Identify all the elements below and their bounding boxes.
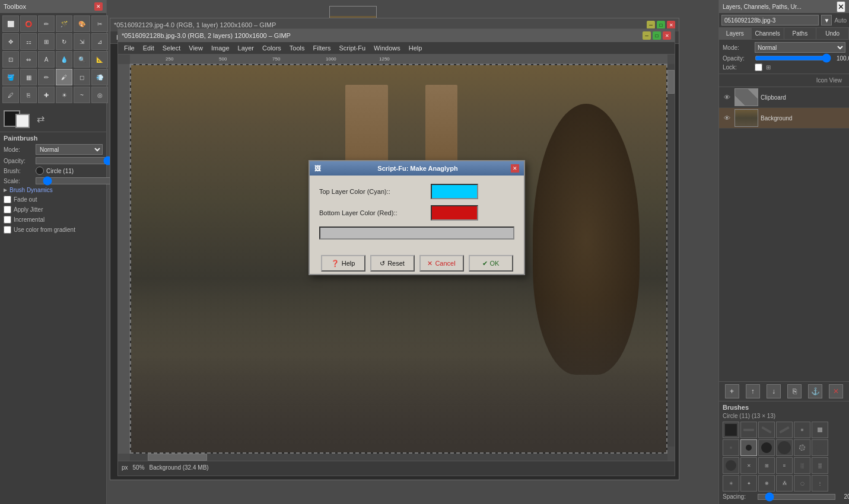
brush-item-11[interactable] [794,439,810,456]
layers-tab-channels[interactable]: Channels [752,28,784,39]
use-color-gradient-checkbox[interactable] [4,226,11,234]
brush-item-21[interactable]: ❋ [758,475,775,492]
brush-item-19[interactable]: ✳ [723,475,739,492]
brush-item-3[interactable] [758,422,775,438]
brush-item-6[interactable] [812,422,828,438]
background-color-swatch[interactable] [15,114,30,128]
tool-measure[interactable]: 📐 [91,51,108,68]
tool-eraser[interactable]: ◻ [74,69,90,85]
brush-item-8-selected[interactable] [740,439,757,456]
layers-tab-undo[interactable]: Undo [816,28,849,39]
layers-tab-paths[interactable]: Paths [784,28,817,39]
icon-view-toggle[interactable]: Icon View [813,75,845,85]
layer-opacity-slider[interactable] [755,55,831,62]
layer-lock-position-checkbox[interactable] [755,63,762,71]
brush-item-1[interactable] [723,422,739,438]
toolbox-close-button[interactable]: ✕ [94,2,103,11]
main-menu-windows[interactable]: Windows [370,43,404,53]
brush-item-7[interactable] [723,439,739,456]
dialog-ok-button[interactable]: ✔ OK [469,255,513,272]
bg-minimize-button[interactable]: ─ [647,21,655,29]
layer-item-background[interactable]: 👁 Background [719,108,849,129]
dialog-cancel-button[interactable]: ✕ Cancel [419,255,464,272]
tool-select-by-color[interactable]: 🎨 [74,15,90,32]
tool-airbrush[interactable]: 💨 [91,69,108,85]
tool-align[interactable]: ⚏ [20,33,37,50]
layers-panel-close[interactable]: ✕ [837,1,845,12]
script-fu-dialog[interactable]: 🖼 Script-Fu: Make Anaglyph ✕ Top Layer C… [309,160,525,275]
brush-item-23[interactable]: ◌ [794,475,810,492]
layer-visibility-clipboard[interactable]: 👁 [721,92,732,103]
layer-item-clipboard[interactable]: 👁 Clipboard [719,87,849,108]
main-menu-scriptfu[interactable]: Script-Fu [335,43,369,53]
tool-text[interactable]: A [38,51,55,68]
mode-select[interactable]: Normal [36,144,103,155]
main-maximize-button[interactable]: □ [653,31,661,40]
main-menu-tools[interactable]: Tools [286,43,309,53]
tool-scale[interactable]: ⇲ [74,33,90,50]
brush-item-15[interactable]: ⊞ [758,457,775,474]
brush-item-13[interactable] [723,457,739,474]
main-close-button[interactable]: ✕ [663,31,671,40]
brush-item-16[interactable]: ≡ [776,457,793,474]
bg-maximize-button[interactable]: □ [657,21,665,29]
tool-scissors[interactable]: ✂ [91,15,108,32]
brush-item-4[interactable] [776,422,793,438]
anchor-layer-button[interactable]: ⚓ [808,384,822,398]
main-menu-view[interactable]: View [185,43,206,53]
main-menu-image[interactable]: Image [208,43,233,53]
tool-dodge-burn[interactable]: ☀ [56,87,72,103]
dialog-help-button[interactable]: ❓ Help [321,255,365,272]
tool-paintbrush[interactable]: 🖌 [56,69,72,85]
brush-item-17[interactable]: ░ [794,457,810,474]
delete-layer-button[interactable]: ✕ [829,384,843,398]
brush-item-22[interactable]: ⁂ [776,475,793,492]
tool-perspective[interactable]: ⊡ [2,51,19,68]
main-minimize-button[interactable]: ─ [643,31,651,40]
tool-pencil[interactable]: ✏ [38,69,55,85]
tool-free-select[interactable]: ✏ [38,15,55,32]
layer-mode-select[interactable]: Normal [755,42,845,53]
bg-close-button[interactable]: ✕ [667,21,675,29]
main-menu-filters[interactable]: Filters [310,43,335,53]
tool-crop[interactable]: ⊞ [38,33,55,50]
tool-bucket-fill[interactable]: 🪣 [2,69,19,85]
layers-file-dropdown[interactable]: ▼ [821,15,832,25]
incremental-checkbox[interactable] [4,216,11,224]
brush-item-18[interactable]: ▒ [812,457,828,474]
tool-magnify[interactable]: 🔍 [74,51,90,68]
tool-clone[interactable]: ⎘ [20,87,37,103]
raise-layer-button[interactable]: ↑ [746,384,760,398]
top-layer-color-button[interactable] [431,184,478,199]
main-menu-layer[interactable]: Layer [234,43,258,53]
tool-ink[interactable]: 🖊 [2,87,19,103]
layers-tab-layers[interactable]: Layers [719,28,752,39]
new-layer-button[interactable]: + [725,384,739,398]
main-menu-help[interactable]: Help [405,43,426,53]
dialog-close-button[interactable]: ✕ [511,164,519,173]
spacing-slider[interactable] [758,494,835,500]
hscroll-thumb[interactable] [148,454,207,461]
tool-rotate[interactable]: ↻ [56,33,72,50]
brush-item-2[interactable] [740,422,757,438]
fade-out-checkbox[interactable] [4,196,11,203]
main-menu-select[interactable]: Select [159,43,185,53]
brush-item-9[interactable] [758,439,775,456]
canvas-vscrollbar[interactable] [667,64,675,446]
duplicate-layer-button[interactable]: ⎘ [787,384,802,398]
tool-heal[interactable]: ✚ [38,87,55,103]
scale-slider[interactable] [36,177,113,184]
tool-color-picker[interactable]: 💧 [56,51,72,68]
brush-item-14[interactable]: ✕ [740,457,757,474]
layer-visibility-background[interactable]: 👁 [721,113,732,123]
lower-layer-button[interactable]: ↓ [767,384,781,398]
tool-move[interactable]: ✥ [2,33,19,50]
swap-colors-icon[interactable]: ⇄ [37,113,44,125]
dialog-reset-button[interactable]: ↺ Reset [370,255,415,272]
brush-item-12[interactable] [812,439,828,456]
tool-ellipse-select[interactable]: ⭕ [20,15,37,32]
canvas-hscrollbar[interactable] [130,454,667,461]
main-menu-edit[interactable]: Edit [139,43,158,53]
tool-rect-select[interactable]: ⬜ [2,15,19,32]
vscroll-thumb[interactable] [667,70,675,94]
